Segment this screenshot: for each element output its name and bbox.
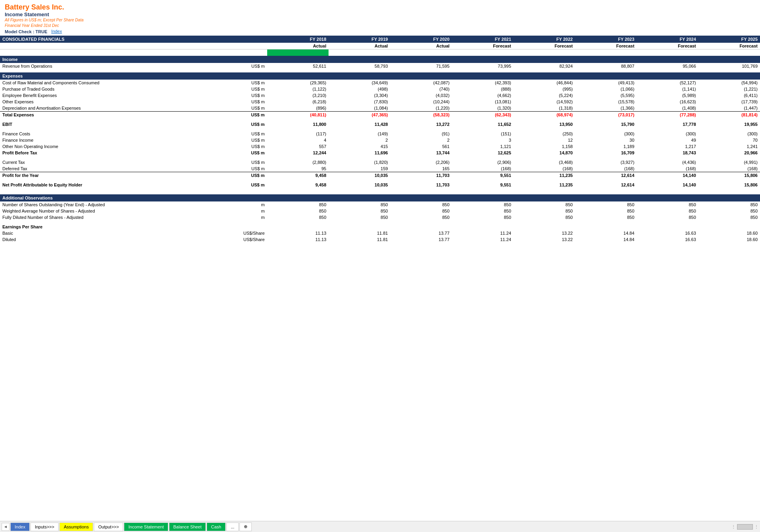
total-expenses-2023: (73,017): [575, 112, 637, 118]
depreciation-2019: (1,084): [329, 105, 390, 112]
revenue-2019: 58,793: [329, 63, 390, 69]
shares-outstanding-2024: 850: [637, 201, 699, 208]
other-expenses-row: Other Expenses US$ m (6,218) (7,830) (10…: [0, 99, 760, 105]
depreciation-unit: US$ m: [219, 105, 267, 112]
cost-raw-2024: (52,127): [637, 80, 699, 86]
deferred-tax-unit: US$ m: [219, 165, 267, 172]
other-non-op-2024: 1,217: [637, 143, 699, 150]
weighted-avg-2020: 850: [390, 208, 452, 214]
other-non-op-label: Other Non Operating Income: [0, 143, 219, 150]
purchase-traded-2024: (1,141): [637, 86, 699, 92]
subheader-row: Actual Actual Actual Forecast Forecast F…: [0, 43, 760, 49]
revenue-2022: 82,924: [513, 63, 575, 69]
cost-raw-2023: (49,413): [575, 80, 637, 86]
weighted-avg-2024: 850: [637, 208, 699, 214]
profit-year-2021: 9,551: [452, 172, 514, 179]
pbt-label: Profit Before Tax: [0, 150, 219, 156]
total-expenses-2019: (47,365): [329, 112, 390, 118]
current-tax-label: Current Tax: [0, 159, 219, 165]
weighted-avg-2021: 850: [452, 208, 514, 214]
profit-year-2018: 9,458: [267, 172, 329, 179]
net-profit-2025: 15,806: [698, 182, 760, 188]
deferred-tax-2022: (168): [513, 165, 575, 172]
deferred-tax-2019: 159: [329, 165, 390, 172]
deferred-tax-2021: (168): [452, 165, 514, 172]
other-expenses-2020: (10,244): [390, 99, 452, 105]
finance-income-2020: 2: [390, 137, 452, 143]
eps-diluted-2019: 11.81: [329, 236, 390, 243]
eps-diluted-2023: 14.84: [575, 236, 637, 243]
eps-diluted-2025: 18.60: [698, 236, 760, 243]
fy2023-header: FY 2023: [575, 36, 637, 43]
net-profit-2018: 9,458: [267, 182, 329, 188]
green-indicator-row: [0, 49, 760, 56]
cost-raw-label: Cost of Raw Material and Components Cons…: [0, 80, 219, 86]
green-cell: [267, 49, 329, 56]
spacer8: [0, 220, 760, 224]
finance-costs-2021: (151): [452, 131, 514, 137]
profit-year-2025: 15,806: [698, 172, 760, 179]
pbt-2019: 11,696: [329, 150, 390, 156]
finance-income-row: Finance Income US$ m 4 2 2 3 12 30 49 70: [0, 137, 760, 143]
earnings-per-share-label: Earnings Per Share: [0, 224, 760, 230]
purchase-traded-2023: (1,066): [575, 86, 637, 92]
fully-diluted-2024: 850: [637, 214, 699, 220]
current-tax-2023: (3,927): [575, 159, 637, 165]
weighted-avg-label: Weighted Average Number of Shares - Adju…: [0, 208, 219, 214]
weighted-avg-2019: 850: [329, 208, 390, 214]
net-profit-label: Net Profit Attributable to Equity Holder: [0, 182, 219, 188]
total-expenses-2020: (58,323): [390, 112, 452, 118]
current-tax-unit: US$ m: [219, 159, 267, 165]
profit-year-2022: 11,235: [513, 172, 575, 179]
shares-outstanding-label: Number of Shares Outstanding (Year End) …: [0, 201, 219, 208]
pbt-2024: 18,743: [637, 150, 699, 156]
other-expenses-2021: (13,081): [452, 99, 514, 105]
depreciation-2020: (1,220): [390, 105, 452, 112]
shares-outstanding-2021: 850: [452, 201, 514, 208]
other-expenses-2023: (15,578): [575, 99, 637, 105]
finance-costs-row: Finance Costs US$ m (117) (149) (91) (15…: [0, 131, 760, 137]
finance-income-2023: 30: [575, 137, 637, 143]
revenue-2023: 88,807: [575, 63, 637, 69]
spacer7: [0, 191, 760, 194]
net-profit-2021: 9,551: [452, 182, 514, 188]
depreciation-2021: (1,320): [452, 105, 514, 112]
pbt-2018: 12,244: [267, 150, 329, 156]
employee-benefit-label: Employee Benefit Expenses: [0, 92, 219, 99]
deferred-tax-label: Deferred Tax: [0, 165, 219, 172]
fully-diluted-2025: 850: [698, 214, 760, 220]
finance-costs-unit: US$ m: [219, 131, 267, 137]
purchase-traded-2025: (1,221): [698, 86, 760, 92]
deferred-tax-2018: 95: [267, 165, 329, 172]
model-check: Model Check : TRUE: [5, 29, 48, 34]
revenue-2024: 95,066: [637, 63, 699, 69]
total-expenses-unit: US$ m: [219, 112, 267, 118]
total-expenses-label: Total Expenses: [0, 112, 219, 118]
index-link[interactable]: Index: [51, 29, 62, 34]
income-section-header: Income: [0, 56, 760, 63]
pbt-2023: 16,709: [575, 150, 637, 156]
profit-year-row: Profit for the Year US$ m 9,458 10,035 1…: [0, 172, 760, 179]
eps-diluted-label: Diluted: [0, 236, 219, 243]
purchase-traded-2020: (740): [390, 86, 452, 92]
ebit-2018: 11,800: [267, 121, 329, 127]
fully-diluted-2019: 850: [329, 214, 390, 220]
employee-benefit-2019: (3,304): [329, 92, 390, 99]
deferred-tax-2024: (168): [637, 165, 699, 172]
purchase-traded-2018: (1,122): [267, 86, 329, 92]
spacer1: [0, 69, 760, 72]
finance-costs-2024: (300): [637, 131, 699, 137]
ebit-2020: 13,272: [390, 121, 452, 127]
eps-basic-2018: 11.13: [267, 230, 329, 236]
eps-basic-2022: 13.22: [513, 230, 575, 236]
current-tax-2021: (2,906): [452, 159, 514, 165]
deferred-tax-2023: (168): [575, 165, 637, 172]
eps-basic-row: Basic US$/Share 11.13 11.81 13.77 11.24 …: [0, 230, 760, 236]
weighted-avg-shares-row: Weighted Average Number of Shares - Adju…: [0, 208, 760, 214]
current-tax-2025: (4,991): [698, 159, 760, 165]
shares-outstanding-2018: 850: [267, 201, 329, 208]
other-expenses-2018: (6,218): [267, 99, 329, 105]
weighted-avg-2025: 850: [698, 208, 760, 214]
profit-year-unit: US$ m: [219, 172, 267, 179]
cost-raw-row: Cost of Raw Material and Components Cons…: [0, 80, 760, 86]
